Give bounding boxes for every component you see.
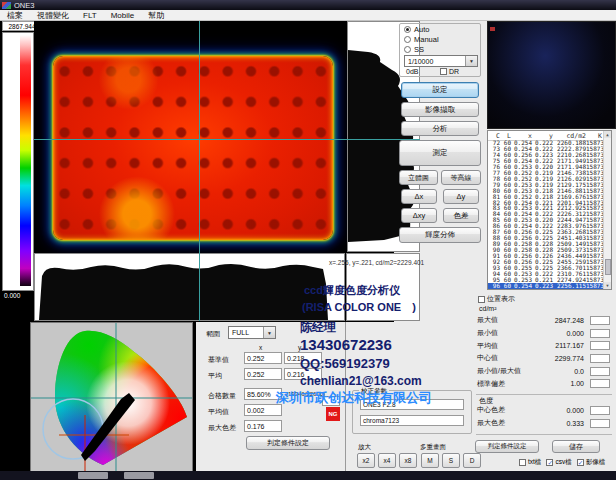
measurement-table[interactable]: CLxycd/m2K 72600.2540.2222260.1881587373… [487, 130, 612, 290]
multi-screen-s-button[interactable]: S [442, 453, 460, 468]
crosshair-vertical-line[interactable] [199, 21, 200, 321]
multi-screen-m-button[interactable]: M [421, 453, 439, 468]
delta-x-button[interactable]: Δx [401, 189, 437, 204]
stat-input[interactable] [590, 367, 610, 376]
radio-auto-icon[interactable] [404, 26, 411, 33]
view3d-button[interactable]: 立體圖 [399, 170, 438, 185]
judge-settings-button[interactable]: 判定條件設定 [246, 436, 330, 450]
ng-result-badge: NG [326, 407, 340, 421]
watermark-email: chenlian21@163.com [300, 374, 422, 388]
heatmap-panel-image[interactable] [53, 56, 333, 240]
stat-input[interactable] [590, 316, 610, 325]
table-cell: 15873 [586, 283, 602, 289]
stat-row: 中心色差0.000 [477, 404, 610, 417]
cie-diagram-panel[interactable] [30, 322, 193, 478]
menu-item-4[interactable]: 幫助 [141, 10, 171, 21]
taskbar-item[interactable] [124, 472, 154, 479]
shutter-select[interactable]: 1/10000 ▼ [404, 55, 478, 67]
analyze-button[interactable]: 分析 [401, 121, 479, 136]
save-option-checkbox[interactable]: ✓ [577, 459, 584, 466]
dr-label: DR [449, 68, 459, 75]
shutter-value: 1/10000 [408, 58, 433, 65]
crosshair-horizontal-line[interactable] [34, 139, 420, 140]
save-option-2[interactable]: ✓影像檔 [577, 458, 606, 467]
heatmap-canvas[interactable] [34, 21, 346, 252]
stat-input[interactable] [590, 329, 610, 338]
stat-input[interactable] [590, 379, 610, 388]
radio-ss-icon[interactable] [404, 46, 411, 53]
scrollbar-thumb[interactable] [605, 259, 611, 275]
table-row[interactable]: 96600.2540.2232256.11515873 [488, 283, 603, 289]
delta-xy-button[interactable]: Δxy [401, 208, 437, 223]
table-body[interactable]: 72600.2540.2222260.1881587373600.2540.22… [488, 140, 603, 289]
stat-label: 最小值 [477, 328, 498, 338]
menu-item-2[interactable]: FLT [76, 10, 104, 21]
delta-y-button[interactable]: Δy [443, 189, 479, 204]
set-button[interactable]: 設定 [401, 82, 479, 98]
stat-input[interactable] [590, 419, 610, 428]
zoom-x8-button[interactable]: x8 [399, 453, 417, 468]
scroll-up-icon[interactable]: ▲ [604, 131, 611, 138]
menu-item-3[interactable]: Mobile [104, 10, 142, 21]
calibration-field-2[interactable]: chroma7123 [360, 415, 464, 426]
reference-x-field[interactable]: 0.252 [244, 352, 282, 364]
dr-option[interactable]: DR [440, 68, 459, 75]
dr-checkbox[interactable] [440, 68, 447, 75]
column-header: y [532, 132, 553, 140]
radio-label: Auto [414, 25, 429, 34]
save-option-checkbox[interactable]: ✓ [546, 459, 553, 466]
stat-value: 0.000 [526, 330, 584, 337]
measure-button[interactable]: 測定 [399, 140, 481, 166]
stat-input[interactable] [590, 354, 610, 363]
title-bar[interactable]: ONE3 [0, 0, 616, 10]
stat-value: 2847.248 [526, 317, 584, 324]
exposure-mode-ss[interactable]: SS [404, 45, 480, 54]
luminance-dist-button[interactable]: 輝度分佈 [399, 227, 481, 243]
zoom-x2-button[interactable]: x2 [357, 453, 375, 468]
save-option-label: txt檔 [528, 458, 541, 467]
exposure-mode-manual[interactable]: Manual [404, 35, 480, 44]
position-display-checkbox[interactable] [478, 296, 485, 303]
zoom-x4-button[interactable]: x4 [378, 453, 396, 468]
radio-label: SS [414, 45, 424, 54]
multi-screen-label: 多重畫面 [420, 443, 446, 452]
zoom-buttons: x2x4x8 [357, 453, 420, 468]
stats-judge-settings-button[interactable]: 判定條件設定 [475, 440, 539, 453]
chevron-down-icon[interactable]: ▼ [263, 327, 275, 338]
save-option-checkbox[interactable] [519, 459, 526, 466]
table-scrollbar[interactable]: ▲ ▼ [603, 131, 611, 289]
stat-value: 1.00 [526, 380, 584, 387]
radio-manual-icon[interactable] [404, 36, 411, 43]
range-value: FULL [232, 329, 249, 336]
radio-label: Manual [414, 35, 439, 44]
stat-label: 平均值 [477, 341, 498, 351]
app-icon [2, 2, 11, 9]
taskbar-item[interactable] [78, 472, 108, 479]
save-option-0[interactable]: txt檔 [519, 458, 541, 467]
exposure-mode-auto[interactable]: Auto [404, 25, 480, 34]
menu-item-0[interactable]: 檔案 [0, 10, 30, 21]
range-select[interactable]: FULL ▼ [228, 326, 276, 339]
max-diff-field[interactable]: 0.176 [244, 420, 282, 432]
save-option-1[interactable]: ✓csv檔 [546, 458, 571, 467]
color-diff-button[interactable]: 色差 [443, 208, 479, 223]
stats-unit-label: cd/m² [479, 305, 497, 312]
position-display-option[interactable]: 位置表示 [478, 294, 515, 304]
horizontal-profile-panel [34, 253, 345, 321]
camera-preview-image[interactable] [487, 21, 616, 129]
camera-marker-dot [490, 27, 495, 31]
stat-input[interactable] [590, 341, 610, 350]
chevron-down-icon[interactable]: ▼ [465, 56, 477, 66]
horizontal-profile-plot [35, 254, 344, 320]
save-button[interactable]: 儲存 [552, 440, 600, 453]
scroll-down-icon[interactable]: ▼ [604, 282, 611, 289]
exposure-group: AutoManualSS 1/10000 ▼ 0dB DR [399, 23, 481, 77]
stat-input[interactable] [590, 406, 610, 415]
watermark-company: 深圳市跃创达科技有限公司 [276, 389, 432, 407]
colorbar-panel [2, 32, 34, 291]
multi-screen-d-button[interactable]: D [463, 453, 481, 468]
menu-item-1[interactable]: 視體變化 [30, 10, 76, 21]
contour-button[interactable]: 等高線 [441, 170, 481, 185]
capture-button[interactable]: 影像擷取 [401, 102, 479, 117]
average-x-field[interactable]: 0.252 [244, 368, 282, 380]
